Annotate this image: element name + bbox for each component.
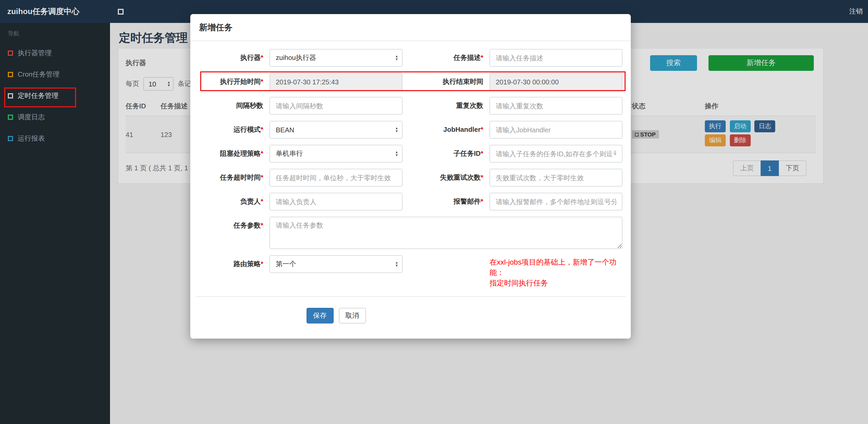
interval-input[interactable]	[270, 97, 402, 115]
repeat-count-label: 重复次数	[410, 97, 483, 115]
fail-retry-label: 失败重试次数*	[410, 169, 483, 187]
select-arrows-icon: ▲▼	[395, 151, 398, 157]
run-mode-label: 运行模式*	[190, 121, 263, 138]
executor-select[interactable]: zuihou执行器 ▲▼	[270, 49, 402, 67]
run-mode-select[interactable]: BEAN ▲▼	[270, 121, 402, 138]
timeout-input[interactable]	[270, 169, 402, 187]
repeat-count-input[interactable]	[490, 97, 622, 115]
start-time-input[interactable]	[270, 73, 402, 91]
child-job-id-label: 子任务ID*	[410, 145, 483, 163]
save-button[interactable]: 保存	[306, 308, 333, 323]
fail-retry-input[interactable]	[490, 169, 622, 187]
end-time-label: 执行结束时间	[410, 73, 483, 91]
feature-note: 在xxl-jobs项目的基础上，新增了一个功能： 指定时间执行任务	[410, 255, 630, 288]
timeout-label: 任务超时时间*	[190, 169, 263, 187]
owner-input[interactable]	[270, 193, 402, 210]
job-handler-input[interactable]	[490, 121, 622, 138]
modal-title: 新增任务	[190, 14, 631, 41]
job-desc-input[interactable]	[490, 49, 622, 67]
owner-label: 负责人*	[190, 193, 263, 210]
modal-body: 执行器* zuihou执行器 ▲▼ 任务描述* 执行开始时间* 执	[190, 41, 631, 297]
block-strategy-select-value: 单机串行	[276, 149, 395, 158]
interval-label: 间隔秒数	[190, 97, 263, 115]
alarm-email-input[interactable]	[490, 193, 622, 210]
modal-footer: 保存 取消	[190, 297, 631, 338]
block-strategy-label: 阻塞处理策略*	[190, 145, 263, 163]
block-strategy-select[interactable]: 单机串行 ▲▼	[270, 145, 402, 163]
add-task-modal: 新增任务 执行器* zuihou执行器 ▲▼ 任务描述* 执行开始时间*	[190, 14, 631, 338]
cancel-button[interactable]: 取消	[339, 308, 366, 323]
child-job-id-input[interactable]	[490, 145, 622, 163]
select-arrows-icon: ▲▼	[395, 127, 398, 133]
job-param-textarea[interactable]	[270, 217, 622, 249]
end-time-input[interactable]	[490, 73, 622, 91]
executor-label: 执行器*	[190, 49, 263, 67]
select-arrows-icon: ▲▼	[395, 261, 398, 267]
app-root: zuihou任务调度中心 注销 导航 执行器管理 Cron任务管理 定时任务管理…	[0, 0, 868, 424]
executor-select-value: zuihou执行器	[276, 53, 395, 63]
select-arrows-icon: ▲▼	[395, 55, 398, 61]
alarm-email-label: 报警邮件*	[410, 193, 483, 210]
job-handler-label: JobHandler*	[410, 121, 483, 138]
route-strategy-select[interactable]: 第一个 ▲▼	[270, 255, 402, 273]
job-desc-label: 任务描述*	[410, 49, 483, 67]
route-strategy-label: 路由策略*	[190, 255, 263, 288]
run-mode-select-value: BEAN	[276, 126, 395, 134]
feature-note-line1: 在xxl-jobs项目的基础上，新增了一个功能：	[490, 257, 630, 278]
job-param-label: 任务参数*	[190, 217, 263, 249]
route-strategy-select-value: 第一个	[276, 259, 395, 269]
start-time-label: 执行开始时间*	[190, 73, 263, 91]
feature-note-line2: 指定时间执行任务	[490, 278, 630, 288]
